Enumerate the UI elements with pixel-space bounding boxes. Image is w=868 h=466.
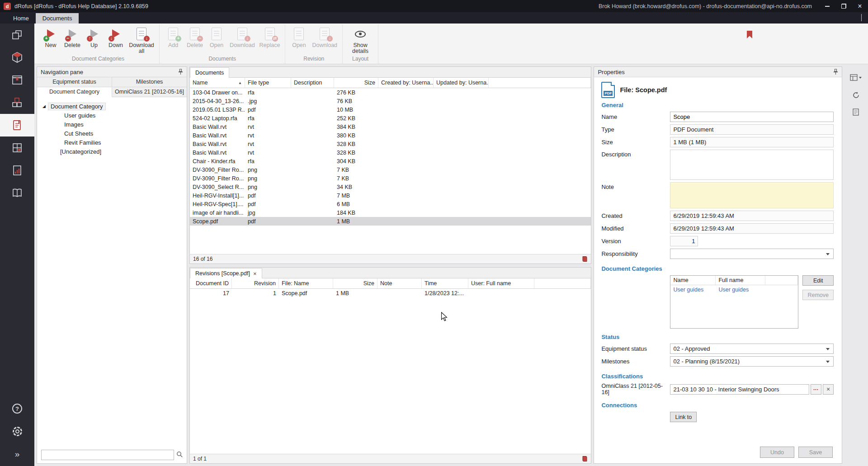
table-row[interactable]: 524-02 Laptop.rfarfa252 KB <box>190 114 591 122</box>
tree-item-revit-families[interactable]: Revit Families <box>42 138 187 147</box>
add-document-button[interactable]: + Add <box>162 25 184 55</box>
tab-documents[interactable]: Documents <box>36 13 79 24</box>
tab-revisions[interactable]: Revisions [Scope.pdf] × <box>190 268 262 278</box>
table-row[interactable]: 2015-04-30_13-26....jpg76 KB <box>190 97 591 105</box>
layout-selector-button[interactable] <box>849 72 863 84</box>
undo-button[interactable]: Undo <box>760 447 794 458</box>
table-row[interactable]: Heil-RGV-Install[1]...pdf7 MB <box>190 191 591 200</box>
open-revision-button[interactable]: Open <box>288 25 310 55</box>
edit-button[interactable]: Edit <box>802 275 834 286</box>
tree-item-cut-sheets[interactable]: Cut Sheets <box>42 129 187 138</box>
tab-equipment-status[interactable]: Equipment status <box>37 77 112 87</box>
report-icon[interactable] <box>582 456 588 462</box>
pin-icon[interactable] <box>833 69 838 75</box>
table-row[interactable]: DV-3090_Select R...png34 KB <box>190 183 591 191</box>
up-button[interactable]: ↑ Up <box>83 25 105 55</box>
search-icon[interactable] <box>176 451 183 459</box>
column-header-user[interactable]: User: Full name <box>468 278 534 288</box>
table-row[interactable]: Basic Wall.rvtrvt380 KB <box>190 131 591 140</box>
tree-root-label[interactable]: Document Category <box>48 103 106 110</box>
tree-item-uncategorized[interactable]: [Uncategorized] <box>42 147 187 156</box>
milestones-dropdown[interactable]: 02 - Planning (8/15/2021) <box>670 356 834 367</box>
dc-column-name[interactable]: Name <box>670 276 716 285</box>
column-header-time[interactable]: Time <box>422 278 468 288</box>
replace-document-button[interactable]: ⇄ Replace <box>257 25 283 55</box>
audit-log-button[interactable] <box>849 106 863 118</box>
table-row[interactable]: 2019.05.01 LS3P R...pdf10 MB <box>190 105 591 114</box>
new-button[interactable]: + New <box>40 25 61 55</box>
delete-category-button[interactable]: − Delete <box>61 25 83 55</box>
sidebar-item-documents[interactable] <box>0 114 34 137</box>
tree-root-row[interactable]: ◢ Document Category <box>42 102 187 111</box>
sidebar-item-products[interactable] <box>0 69 34 91</box>
table-row[interactable]: Heil-RGV-Spec[1]....pdf6 MB <box>190 200 591 208</box>
column-header-description[interactable]: Description <box>291 78 334 88</box>
report-icon[interactable] <box>582 256 588 262</box>
table-row[interactable]: 103-04 Drawer on...rfa276 KB <box>190 88 591 97</box>
pin-icon[interactable] <box>178 69 183 75</box>
tab-milestones[interactable]: Milestones <box>112 77 187 87</box>
table-row[interactable]: image of air handli...jpg184 KB <box>190 208 591 217</box>
tree-item-user-guides[interactable]: User guides <box>42 111 187 120</box>
column-header-updated-by[interactable]: Updated by: Userna... <box>434 78 489 88</box>
sidebar-item-settings[interactable] <box>0 420 34 442</box>
delete-document-button[interactable]: − Delete <box>184 25 206 55</box>
sidebar-item-rooms[interactable] <box>0 24 34 46</box>
dc-cell-full-name[interactable]: User guides <box>716 287 765 293</box>
tab-omniclass[interactable]: OmniClass 21 [2012-05-16] <box>112 87 187 97</box>
history-button[interactable] <box>849 89 863 101</box>
tab-documents-list[interactable]: Documents <box>190 67 229 78</box>
note-field[interactable] <box>670 182 834 208</box>
browse-classification-button[interactable]: ••• <box>811 384 821 395</box>
sidebar-item-reports[interactable] <box>0 159 34 182</box>
table-row[interactable]: Chair - Kinder.rfarfa304 KB <box>190 157 591 165</box>
tab-home[interactable]: Home <box>6 13 36 24</box>
equipment-status-dropdown[interactable]: 02 - Approved <box>670 344 834 354</box>
sidebar-item-packages[interactable] <box>0 91 34 114</box>
table-row[interactable]: 17 1 Scope.pdf 1 MB 1/28/2023 12:... <box>190 289 591 297</box>
list-item[interactable]: User guides User guides <box>670 285 798 294</box>
column-header-file-type[interactable]: File type <box>245 78 291 88</box>
remove-button[interactable]: Remove <box>802 290 834 300</box>
sidebar-item-help[interactable]: ? <box>0 397 34 420</box>
omniclass-field[interactable]: 21-03 10 30 10 - Interior Swinging Doors <box>670 384 809 395</box>
save-button[interactable]: Save <box>798 447 833 458</box>
download-document-button[interactable]: ↓ Download <box>227 25 257 55</box>
dc-cell-name[interactable]: User guides <box>670 287 716 293</box>
clear-classification-button[interactable]: × <box>823 384 834 395</box>
download-revision-button[interactable]: ↓ Download <box>310 25 340 55</box>
table-row[interactable]: Basic Wall.rvtrvt328 KB <box>190 140 591 148</box>
collapse-ribbon-button[interactable] <box>861 14 862 21</box>
search-input[interactable] <box>41 450 174 460</box>
table-row[interactable]: Basic Wall.rvtrvt384 KB <box>190 122 591 131</box>
sidebar-item-logs[interactable] <box>0 182 34 204</box>
minimize-button[interactable] <box>819 0 835 12</box>
column-header-file-name[interactable]: File: Name <box>279 278 333 288</box>
download-all-button[interactable]: ↓ Download all <box>127 25 156 55</box>
tab-document-category[interactable]: Document Category <box>37 87 112 97</box>
column-header-document-id[interactable]: Document ID <box>190 278 232 288</box>
link-to-button[interactable]: Link to <box>670 412 697 422</box>
name-field[interactable] <box>670 112 834 122</box>
down-button[interactable]: ↓ Down <box>105 25 127 55</box>
sidebar-item-buildings[interactable] <box>0 137 34 159</box>
sidebar-item-items[interactable] <box>0 46 34 69</box>
column-header-note[interactable]: Note <box>377 278 422 288</box>
table-row[interactable]: DV-3090_Filter Ro...png7 KB <box>190 174 591 183</box>
restore-button[interactable] <box>835 0 852 12</box>
column-header-created-by[interactable]: Created by: Userna... <box>378 78 434 88</box>
column-header-size[interactable]: Size <box>334 78 378 88</box>
dc-column-full-name[interactable]: Full name <box>716 276 765 285</box>
tree-expander-icon[interactable]: ◢ <box>42 104 46 108</box>
table-row[interactable]: Scope.pdfpdf1 MB <box>190 217 591 226</box>
description-field[interactable] <box>670 150 834 180</box>
table-row[interactable]: DV-3090_Filter Ro...png7 KB <box>190 165 591 174</box>
show-details-button[interactable]: Show details <box>345 25 375 55</box>
table-row[interactable]: Basic Wall.rvtrvt328 KB <box>190 148 591 157</box>
sidebar-expand-button[interactable]: » <box>0 442 34 465</box>
close-tab-icon[interactable]: × <box>253 271 257 277</box>
column-header-revision[interactable]: Revision <box>232 278 279 288</box>
column-header-name[interactable]: Name ▲ <box>190 78 245 88</box>
close-button[interactable]: × <box>852 0 868 12</box>
column-header-size[interactable]: Size <box>333 278 377 288</box>
